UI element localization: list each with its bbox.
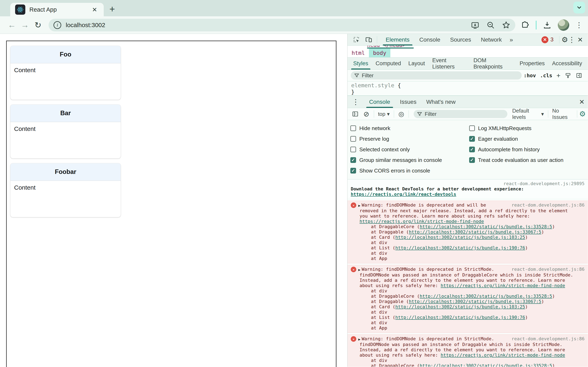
- tab-strip-collapse-button[interactable]: [573, 2, 585, 13]
- drawer-close-icon[interactable]: ✕: [579, 98, 585, 106]
- styles-filter-input[interactable]: Filter: [351, 71, 522, 80]
- console-error-message[interactable]: ✕▶Warning: findDOMNode is deprecated and…: [347, 201, 588, 263]
- tab-console[interactable]: Console: [415, 34, 445, 45]
- devtools-menu-icon[interactable]: ⋮: [568, 35, 575, 44]
- message-source-link[interactable]: react-dom.development.js:86: [511, 336, 585, 342]
- expand-triangle-icon[interactable]: ▶: [358, 267, 360, 272]
- error-doc-link[interactable]: https://reactjs.org/link/strict-mode-fin…: [441, 283, 565, 288]
- message-link[interactable]: https://reactjs.org/link/react-devtools: [351, 192, 456, 197]
- breadcrumb-html[interactable]: html: [347, 49, 369, 57]
- console-setting[interactable]: ✓Treat code evaluation as user action: [469, 155, 588, 165]
- tab-network[interactable]: Network: [476, 34, 507, 45]
- tab-computed[interactable]: Computed: [372, 58, 405, 69]
- console-setting[interactable]: Hide network: [350, 123, 469, 133]
- tab-accessibility[interactable]: Accessibility: [548, 58, 586, 69]
- profile-avatar[interactable]: [558, 19, 569, 31]
- checkbox-checked[interactable]: ✓: [469, 147, 475, 152]
- device-toolbar-icon[interactable]: [365, 36, 372, 43]
- console-error-message[interactable]: ✕▶Warning: findDOMNode is deprecated in …: [347, 334, 588, 367]
- checkbox-checked[interactable]: ✓: [350, 168, 356, 174]
- tab-close-icon[interactable]: ✕: [90, 5, 99, 14]
- stack-frame-link[interactable]: http://localhost:3002/static/js/bundle.j…: [409, 229, 541, 234]
- stack-frame-link[interactable]: http://localhost:3002/static/js/bundle.j…: [409, 299, 541, 304]
- back-button[interactable]: ←: [5, 20, 18, 30]
- console-setting[interactable]: Selected context only: [350, 144, 469, 155]
- bookmark-star-icon[interactable]: [502, 21, 510, 29]
- browser-menu-icon[interactable]: ⋮: [575, 21, 583, 29]
- breadcrumb-body[interactable]: body: [369, 49, 390, 57]
- console-sidebar-icon[interactable]: [352, 111, 359, 117]
- stack-frame-link[interactable]: http://localhost:3002/static/js/bundle.j…: [420, 294, 552, 299]
- new-tab-button[interactable]: +: [109, 3, 115, 15]
- element-style-rule[interactable]: element.style { }: [347, 81, 588, 96]
- rendering-emulation-icon[interactable]: [565, 72, 571, 78]
- console-filter-input[interactable]: Filter: [414, 110, 507, 118]
- browser-tab[interactable]: React App ✕: [10, 3, 104, 16]
- drawer-tab-console[interactable]: Console: [364, 96, 395, 108]
- message-source-link[interactable]: react-dom.development.js:86: [511, 267, 585, 272]
- stack-frame-link[interactable]: http://localhost:3002/static/js/bundle.j…: [420, 224, 552, 229]
- zoom-out-icon[interactable]: [486, 21, 495, 29]
- message-source-link[interactable]: react-dom.development.js:29895: [351, 181, 585, 186]
- log-levels-selector[interactable]: Default levels ▾: [512, 108, 544, 120]
- tab-layout[interactable]: Layout: [405, 58, 429, 69]
- context-selector[interactable]: top ▾: [378, 111, 389, 117]
- drawer-tab-what-s-new[interactable]: What's new: [421, 96, 461, 108]
- tab-styles[interactable]: Styles: [350, 58, 372, 69]
- forward-button[interactable]: →: [18, 20, 31, 30]
- live-expression-eye-icon[interactable]: ◎: [398, 110, 404, 118]
- console-setting[interactable]: ✓Eager evaluation: [469, 133, 588, 144]
- more-tabs-icon[interactable]: »: [507, 36, 516, 43]
- error-badge-icon[interactable]: ✕: [541, 36, 548, 43]
- checkbox-checked[interactable]: ✓: [469, 136, 475, 142]
- tab-elements[interactable]: Elements: [381, 34, 415, 45]
- error-doc-link[interactable]: https://reactjs.org/link/strict-mode-fin…: [441, 352, 565, 358]
- stack-frame-link[interactable]: http://localhost:3002/static/js/bundle.j…: [395, 315, 525, 320]
- reload-button[interactable]: ↻: [31, 20, 44, 30]
- stack-frame-link[interactable]: http://localhost:3002/static/js/bundle.j…: [395, 245, 525, 250]
- expand-triangle-icon[interactable]: ▶: [358, 337, 360, 342]
- devtools-settings-icon[interactable]: ⚙: [562, 35, 568, 44]
- card-title[interactable]: Foobar: [10, 163, 121, 181]
- stack-frame-link[interactable]: http://localhost:3002/static/js/bundle.j…: [420, 363, 552, 367]
- clear-console-icon[interactable]: ⊘: [363, 110, 369, 118]
- tab-properties[interactable]: Properties: [516, 58, 548, 69]
- computed-sidebar-toggle-icon[interactable]: [576, 72, 582, 78]
- devtools-close-icon[interactable]: ✕: [577, 36, 583, 44]
- console-info-message[interactable]: react-dom.development.js:29895Download t…: [347, 179, 588, 199]
- drawer-menu-icon[interactable]: ⋮: [352, 98, 359, 106]
- draggable-card[interactable]: FoobarContent: [10, 163, 121, 217]
- tab-sources[interactable]: Sources: [445, 34, 476, 45]
- site-info-icon[interactable]: i: [53, 21, 61, 29]
- card-title[interactable]: Bar: [10, 105, 121, 122]
- drawer-tab-issues[interactable]: Issues: [395, 96, 421, 108]
- tab-dom-breakpoints[interactable]: DOM Breakpoints: [470, 58, 516, 69]
- elements-tree-clipped-row[interactable]: head </head>: [347, 46, 588, 49]
- expand-triangle-icon[interactable]: ▶: [358, 203, 360, 208]
- downloads-icon[interactable]: [543, 21, 552, 30]
- url-text[interactable]: localhost:3002: [66, 22, 464, 29]
- console-setting[interactable]: ✓Show CORS errors in console: [350, 165, 469, 176]
- toggle-class-button[interactable]: .cls: [540, 73, 552, 78]
- stack-frame-link[interactable]: http://localhost:3002/static/js/bundle.j…: [395, 304, 525, 309]
- stack-frame-link[interactable]: http://localhost:3002/static/js/bundle.j…: [395, 235, 525, 240]
- issues-counter[interactable]: No Issues: [552, 108, 573, 120]
- console-setting[interactable]: Preserve log: [350, 133, 469, 144]
- inspect-element-icon[interactable]: [353, 36, 360, 43]
- install-app-icon[interactable]: [471, 21, 479, 29]
- checkbox-checked[interactable]: ✓: [350, 157, 356, 163]
- extensions-icon[interactable]: [521, 21, 530, 30]
- console-error-message[interactable]: ✕▶Warning: findDOMNode is deprecated in …: [347, 265, 588, 333]
- console-setting[interactable]: ✓Autocomplete from history: [469, 144, 588, 155]
- checkbox[interactable]: [469, 125, 475, 131]
- console-settings-icon[interactable]: ⚙: [579, 110, 586, 118]
- error-doc-link[interactable]: https://reactjs.org/link/strict-mode-fin…: [360, 219, 484, 224]
- checkbox-checked[interactable]: ✓: [469, 157, 475, 163]
- address-bar[interactable]: i localhost:3002: [49, 19, 515, 31]
- draggable-card[interactable]: BarContent: [10, 105, 121, 158]
- checkbox[interactable]: [350, 125, 356, 131]
- checkbox[interactable]: [350, 147, 356, 152]
- card-title[interactable]: Foo: [10, 46, 121, 63]
- new-style-rule-button[interactable]: +: [556, 72, 561, 80]
- tab-event-listeners[interactable]: Event Listeners: [429, 58, 470, 69]
